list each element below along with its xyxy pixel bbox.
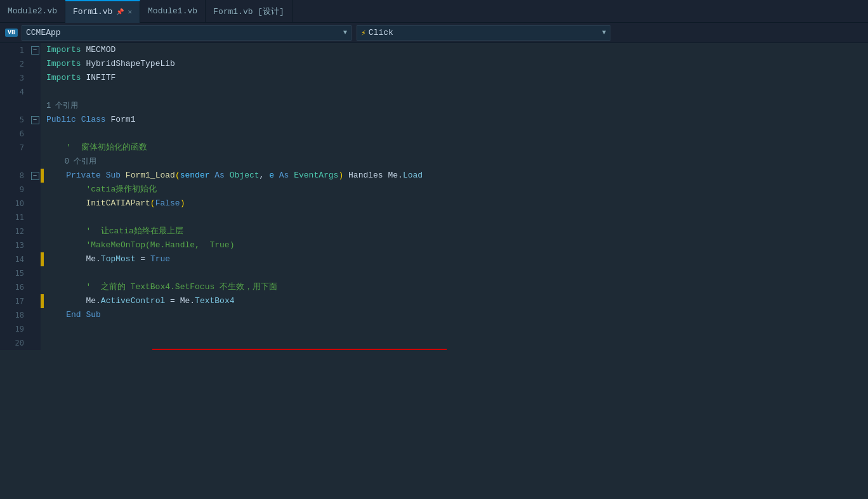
line-number: 6 — [0, 127, 29, 141]
collapse-col — [29, 127, 41, 141]
pin-icon: 📌 — [116, 8, 124, 16]
code-content: 'MakeMeOnTop(Me.Handle, True) — [44, 238, 868, 252]
collapse-col — [29, 85, 41, 99]
vb-badge: VB — [5, 29, 18, 37]
line-number: 18 — [0, 308, 29, 322]
code-content: ' 窗体初始化的函数 — [44, 141, 868, 155]
code-line-20: 20 — [0, 336, 868, 350]
line-number: 17 — [0, 294, 29, 308]
code-content — [44, 266, 868, 280]
editor-area: 1−Imports MECMOD2Imports HybridShapeType… — [0, 43, 868, 350]
collapse-icon[interactable]: − — [31, 46, 39, 55]
class-dropdown[interactable]: CCMEApp ▼ — [22, 25, 352, 41]
code-content: End Sub — [44, 308, 868, 322]
method-dropdown-arrow: ▼ — [602, 29, 606, 36]
collapse-col — [29, 280, 41, 294]
collapse-col — [29, 336, 41, 350]
nav-bar: VB CCMEApp ▼ ⚡ Click ▼ — [0, 23, 868, 43]
collapse-col — [29, 252, 41, 266]
collapse-icon[interactable]: − — [31, 116, 39, 124]
collapse-col — [29, 322, 41, 336]
method-name: Click — [369, 28, 393, 37]
collapse-col — [29, 266, 41, 280]
collapse-col — [29, 294, 41, 308]
tab-bar: Module2.vb Form1.vb 📌 ✕ Module1.vb Form1… — [0, 0, 868, 23]
code-line-6: 6 — [0, 127, 868, 141]
line-number: 2 — [0, 57, 29, 71]
code-content: 'catia操作初始化 — [44, 183, 868, 197]
tab-module2-label: Module2.vb — [8, 6, 57, 16]
code-line-14: 14 Me.TopMost = True — [0, 252, 868, 266]
collapse-col — [29, 183, 41, 197]
line-number: 15 — [0, 266, 29, 280]
line-number: 14 — [0, 252, 29, 266]
tab-module2[interactable]: Module2.vb — [0, 0, 65, 23]
collapse-icon[interactable]: − — [31, 172, 39, 180]
code-content: 0 个引用 — [44, 155, 868, 169]
tab-form1design[interactable]: Form1.vb [设计] — [206, 0, 293, 23]
collapse-col — [29, 238, 41, 252]
line-number: 10 — [0, 197, 29, 211]
code-line-19: 19 — [0, 322, 868, 336]
line-number: 19 — [0, 322, 29, 336]
line-number — [0, 99, 29, 113]
code-line-7: 7 ' 窗体初始化的函数 — [0, 141, 868, 155]
code-line-10: 10 InitCATIAPart(False) — [0, 197, 868, 211]
code-line-11: 11 — [0, 211, 868, 224]
tab-form1vb[interactable]: Form1.vb 📌 ✕ — [65, 0, 140, 23]
code-content — [44, 336, 868, 350]
collapse-col: − — [29, 43, 41, 57]
code-line-ref-4: 1 个引用 — [0, 99, 868, 113]
code-line-15: 15 — [0, 266, 868, 280]
tab-form1design-label: Form1.vb [设计] — [213, 6, 284, 17]
code-line-1: 1−Imports MECMOD — [0, 43, 868, 57]
collapse-col: − — [29, 169, 41, 183]
code-line-17: 17 Me.ActiveControl = Me.TextBox4 — [0, 294, 868, 308]
collapse-col — [29, 224, 41, 238]
code-line-16: 16 ' 之前的 TextBox4.SetFocus 不生效，用下面 — [0, 280, 868, 294]
code-content: 1 个引用 — [44, 99, 868, 113]
line-number: 5 — [0, 113, 29, 127]
code-content: InitCATIAPart(False) — [44, 197, 868, 211]
code-line-13: 13 'MakeMeOnTop(Me.Handle, True) — [0, 238, 868, 252]
collapse-col — [29, 71, 41, 85]
line-number — [0, 155, 29, 169]
line-number: 3 — [0, 71, 29, 85]
line-number: 12 — [0, 224, 29, 238]
code-line-5: 5−Public Class Form1 — [0, 113, 868, 127]
collapse-col — [29, 308, 41, 322]
code-line-ref-8: 0 个引用 — [0, 155, 868, 169]
line-number: 9 — [0, 183, 29, 197]
method-dropdown[interactable]: ⚡ Click ▼ — [357, 25, 610, 41]
collapse-col — [29, 57, 41, 71]
code-line-4: 4 — [0, 85, 868, 99]
code-line-8: 8− Private Sub Form1_Load(sender As Obje… — [0, 169, 868, 183]
code-content: Public Class Form1 — [44, 113, 868, 127]
collapse-col — [29, 211, 41, 224]
code-content — [44, 211, 868, 224]
line-number: 4 — [0, 85, 29, 99]
code-content: Imports MECMOD — [44, 43, 868, 57]
code-content: Me.TopMost = True — [44, 252, 868, 266]
code-content: Imports INFITF — [44, 71, 868, 85]
code-content — [44, 85, 868, 99]
code-content — [44, 322, 868, 336]
line-number: 16 — [0, 280, 29, 294]
close-button[interactable]: ✕ — [128, 8, 132, 16]
code-line-2: 2Imports HybridShapeTypeLib — [0, 57, 868, 71]
collapse-col: − — [29, 113, 41, 127]
line-number: 11 — [0, 211, 29, 224]
line-number: 13 — [0, 238, 29, 252]
code-content: Me.ActiveControl = Me.TextBox4 — [44, 294, 868, 308]
tab-module1[interactable]: Module1.vb — [140, 0, 206, 23]
lightning-icon: ⚡ — [361, 28, 366, 38]
line-number: 7 — [0, 141, 29, 155]
code-line-9: 9 'catia操作初始化 — [0, 183, 868, 197]
collapse-col — [29, 141, 41, 155]
collapse-col — [29, 99, 41, 113]
class-dropdown-arrow: ▼ — [343, 29, 347, 36]
class-dropdown-value: CCMEApp — [26, 28, 61, 37]
code-content — [44, 127, 868, 141]
tab-module1-label: Module1.vb — [148, 6, 197, 16]
code-line-18: 18 End Sub — [0, 308, 868, 322]
